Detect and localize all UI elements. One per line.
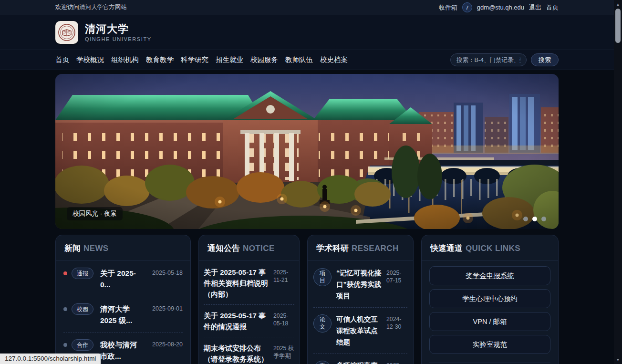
bullet-dot-icon [63, 307, 67, 311]
nav-link[interactable]: 学校概况 [76, 55, 104, 64]
research-item-title[interactable]: 可信人机交互课程改革试点结题 [336, 313, 384, 348]
topbar-account-area: 收件箱 7 gdm@stu.qh.edu 退出 首页 [439, 2, 559, 12]
main-nav: 首页学校概况组织机构教育教学科学研究招生就业校园服务教师队伍校史档案 搜索 [0, 50, 614, 70]
research-list: 项目 “记忆可视化接口”获优秀实践项目 2025-07-15 论文 可信人机交互… [308, 260, 413, 364]
notice-item[interactable]: 期末考试安排公布（请登录教务系统） 2025 秋季学期 [204, 337, 294, 364]
account-email: gdm@stu.qh.edu [477, 4, 524, 11]
quicklinks-card-header: 快速通道QUICK LINKS [422, 235, 558, 260]
nav-link[interactable]: 首页 [55, 55, 69, 64]
quicklink-button[interactable]: 学生心理中心预约 [429, 289, 550, 308]
news-tag-badge: 合作 [72, 339, 93, 351]
main-content: 校园风光 · 夜景 新闻NEWS 通报 [0, 70, 614, 364]
nav-link[interactable]: 校史档案 [320, 55, 348, 64]
news-title-en: NEWS [83, 244, 109, 253]
inbox-count-badge[interactable]: 7 [462, 2, 472, 12]
research-item-date: 2025-05-06 [386, 360, 407, 364]
research-item-date: 2024-12-30 [386, 313, 407, 331]
research-type-badge: 竞赛 [313, 361, 332, 364]
news-item-date: 2025-08-20 [152, 339, 183, 348]
topbar-home-link[interactable]: 首页 [546, 3, 559, 12]
site-header: 清河大学 QINGHE UNIVERSITY [0, 15, 614, 50]
notice-card: 通知公告NOTICE 关于 2025-05-17 事件相关资料归档说明（内部） … [198, 235, 300, 364]
hero-carousel: 校园风光 · 夜景 [55, 74, 559, 229]
seal-book-icon [57, 23, 76, 42]
campus-night-photo [55, 74, 559, 229]
news-item[interactable]: 校园 清河大学 2025 级... 2025-09-01 [63, 297, 183, 333]
quicklink-button[interactable]: VPN / 邮箱 [429, 312, 550, 331]
quicklinks-title-cn: 快速通道 [430, 244, 463, 253]
hero-caption: 校园风光 · 夜景 [67, 207, 123, 220]
inbox-link[interactable]: 收件箱 [439, 3, 457, 12]
news-tag-badge: 校园 [72, 303, 93, 315]
notice-item-date: 2025-05-18 [273, 310, 294, 327]
nav-link[interactable]: 教师队伍 [285, 55, 313, 64]
university-name-en: QINGHE UNIVERSITY [85, 36, 152, 42]
news-item-title[interactable]: 清河大学 2025 级... [100, 303, 137, 326]
carousel-dot[interactable] [523, 217, 528, 221]
research-item[interactable]: 项目 “记忆可视化接口”获优秀实践项目 2025-07-15 [313, 261, 407, 308]
research-item[interactable]: 论文 可信人机交互课程改革试点结题 2024-12-30 [313, 308, 407, 354]
search-input[interactable] [450, 53, 527, 66]
nav-search-area: 搜索 [450, 53, 559, 66]
nav-link[interactable]: 招生就业 [216, 55, 243, 64]
university-homepage: 欢迎访问清河大学官方网站 收件箱 7 gdm@stu.qh.edu 退出 首页 [0, 0, 622, 364]
news-title-cn: 新闻 [64, 244, 81, 253]
search-button[interactable]: 搜索 [531, 53, 559, 66]
news-card-header: 新闻NEWS [56, 235, 190, 260]
carousel-dot[interactable] [541, 217, 546, 221]
cards-row: 新闻NEWS 通报 关于 2025-0... 2025-05-18 校园 [55, 235, 559, 364]
nav-link[interactable]: 教育教学 [146, 55, 174, 64]
site-title-block: 清河大学 QINGHE UNIVERSITY [85, 23, 152, 42]
carousel-dot[interactable] [532, 217, 537, 221]
news-list: 通报 关于 2025-0... 2025-05-18 校园 清河大学 2025 … [56, 260, 190, 364]
research-type-badge: 项目 [313, 268, 332, 286]
notice-item-date: 2025 秋季学期 [273, 343, 294, 360]
link-preview-statusbar: 127.0.0.1:5500/scholarship.html [0, 354, 101, 364]
quicklinks-title-en: QUICK LINKS [466, 244, 520, 253]
news-item-title[interactable]: 我校与清河市政... [100, 339, 137, 362]
logout-link[interactable]: 退出 [529, 3, 541, 12]
notice-item-title[interactable]: 关于 2025-05-17 事件的情况通报 [204, 310, 271, 332]
bullet-dot-icon [63, 343, 67, 347]
research-title-cn: 学术科研 [316, 244, 349, 253]
research-item-date: 2025-07-15 [386, 267, 407, 284]
welcome-text: 欢迎访问清河大学官方网站 [55, 3, 127, 11]
news-tag-badge: 通报 [72, 268, 93, 279]
scrollbar-thumb[interactable] [615, 9, 621, 43]
notice-title-en: NOTICE [243, 244, 275, 253]
bullet-dot-icon [63, 271, 67, 275]
nav-link[interactable]: 校园服务 [250, 55, 278, 64]
notice-title-cn: 通知公告 [207, 244, 240, 253]
university-logo[interactable] [55, 21, 78, 44]
research-type-badge: 论文 [313, 314, 332, 333]
news-item[interactable]: 通报 关于 2025-0... 2025-05-18 [63, 261, 183, 297]
news-card: 新闻NEWS 通报 关于 2025-0... 2025-05-18 校园 [55, 235, 191, 364]
research-title-en: RESEARCH [352, 244, 399, 253]
notice-card-header: 通知公告NOTICE [199, 235, 299, 260]
notice-item[interactable]: 关于 2025-05-17 事件相关资料归档说明（内部） 2025-11-21 [204, 261, 294, 305]
quicklink-button[interactable]: 实验室规范 [429, 335, 550, 354]
topbar: 欢迎访问清河大学官方网站 收件箱 7 gdm@stu.qh.edu 退出 首页 [0, 0, 614, 15]
quicklink-button[interactable]: 奖学金申报系统 [429, 266, 550, 285]
quicklinks-list: 奖学金申报系统学生心理中心预约VPN / 邮箱实验室规范 [422, 260, 558, 354]
nav-link[interactable]: 组织机构 [111, 55, 139, 64]
news-item-title[interactable]: 关于 2025-0... [100, 268, 137, 291]
scroll-down-icon[interactable]: ▼ [614, 356, 622, 364]
news-item-date: 2025-05-18 [152, 268, 183, 276]
scroll-up-icon[interactable]: ▲ [614, 0, 622, 8]
vertical-scrollbar[interactable]: ▲ ▼ [614, 0, 622, 364]
carousel-dots [523, 217, 546, 221]
research-card-header: 学术科研RESEARCH [308, 235, 413, 260]
nav-link[interactable]: 科学研究 [181, 55, 208, 64]
notice-item-title[interactable]: 期末考试安排公布（请登录教务系统） [204, 343, 271, 364]
research-item-title[interactable]: 多项编程竞赛学生获奖 [336, 360, 384, 364]
research-item[interactable]: 竞赛 多项编程竞赛学生获奖 2025-05-06 [313, 354, 407, 364]
notice-item[interactable]: 关于 2025-05-17 事件的情况通报 2025-05-18 [204, 305, 294, 337]
notice-item-title[interactable]: 关于 2025-05-17 事件相关资料归档说明（内部） [204, 267, 271, 300]
university-name-cn: 清河大学 [85, 23, 152, 35]
quicklinks-card: 快速通道QUICK LINKS 奖学金申报系统学生心理中心预约VPN / 邮箱实… [421, 235, 559, 364]
research-card: 学术科研RESEARCH 项目 “记忆可视化接口”获优秀实践项目 2025-07… [307, 235, 414, 364]
research-item-title[interactable]: “记忆可视化接口”获优秀实践项目 [336, 267, 384, 302]
news-item-date: 2025-09-01 [152, 303, 183, 312]
notice-list: 关于 2025-05-17 事件相关资料归档说明（内部） 2025-11-21 … [199, 260, 299, 364]
